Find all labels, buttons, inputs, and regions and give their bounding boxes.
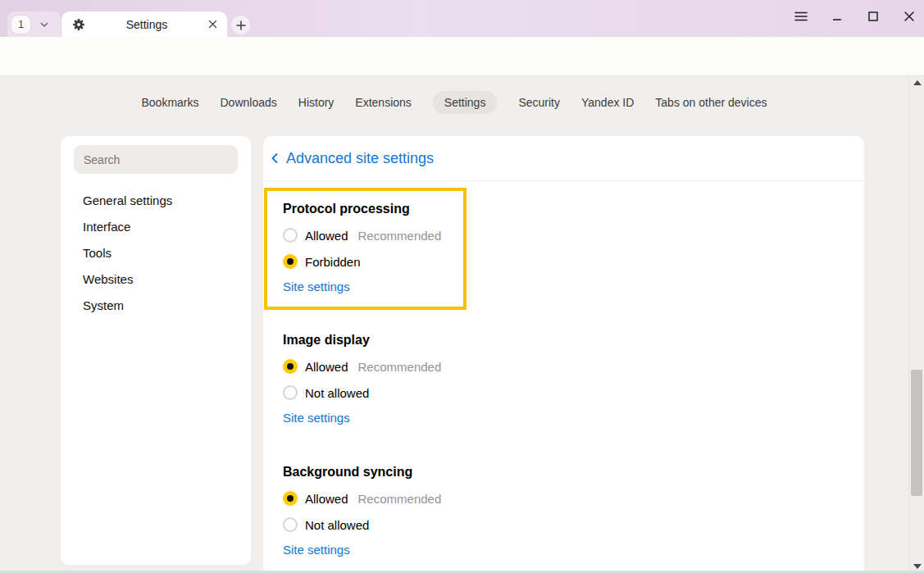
- section-title: Background syncing: [283, 465, 864, 479]
- radio-option-not-allowed[interactable]: Not allowed: [283, 512, 864, 538]
- site-settings-link[interactable]: Site settings: [283, 280, 350, 293]
- site-settings-link[interactable]: Site settings: [283, 412, 350, 425]
- top-nav-item[interactable]: Settings: [433, 91, 498, 114]
- section-title: Image display: [283, 333, 864, 347]
- vertical-scrollbar[interactable]: [908, 76, 924, 573]
- top-nav-item[interactable]: Yandex ID: [581, 91, 634, 114]
- radio-label: Forbidden: [305, 255, 361, 269]
- search-input[interactable]: [74, 145, 238, 174]
- radio-option-allowed[interactable]: Allowed Recommended: [283, 485, 864, 512]
- sidebar-item[interactable]: General settings: [61, 188, 251, 214]
- radio-option-not-allowed[interactable]: Not allowed: [283, 380, 864, 406]
- radio-button[interactable]: [283, 385, 298, 400]
- window-menu-icon[interactable]: [794, 10, 808, 23]
- scroll-down-arrow-icon[interactable]: [913, 564, 922, 569]
- sidebar-item[interactable]: Tools: [61, 240, 251, 266]
- radio-label: Allowed: [305, 492, 348, 506]
- settings-page: Bookmarks Downloads History Extensions S…: [0, 76, 924, 573]
- section-protocol-processing: Protocol processing Allowed Recommended …: [264, 188, 467, 310]
- radio-button[interactable]: [283, 491, 298, 506]
- radio-button[interactable]: [283, 517, 298, 532]
- recommended-badge: Recommended: [358, 360, 442, 374]
- new-tab-button[interactable]: [231, 16, 250, 34]
- back-chevron-icon[interactable]: [269, 152, 280, 165]
- radio-button[interactable]: [283, 254, 298, 269]
- window-titlebar: 1 Settings: [0, 0, 924, 37]
- scroll-up-arrow-icon[interactable]: [913, 80, 922, 85]
- radio-label: Not allowed: [305, 518, 369, 532]
- top-nav-item[interactable]: Downloads: [221, 91, 277, 114]
- radio-option-allowed[interactable]: Allowed Recommended: [283, 353, 864, 380]
- recommended-badge: Recommended: [358, 229, 442, 243]
- sidebar-item[interactable]: Websites: [61, 266, 251, 293]
- site-settings-link[interactable]: Site settings: [283, 543, 350, 557]
- recommended-badge: Recommended: [358, 492, 442, 506]
- top-nav-item[interactable]: Tabs on other devices: [655, 91, 767, 114]
- gear-icon: [72, 18, 85, 31]
- top-nav-item[interactable]: Bookmarks: [141, 91, 198, 114]
- top-nav-item[interactable]: Security: [518, 91, 560, 114]
- radio-label: Allowed: [305, 360, 348, 374]
- browser-toolbar: Y settings Settings: [0, 37, 924, 76]
- scrollbar-thumb[interactable]: [911, 370, 922, 496]
- radio-button[interactable]: [283, 228, 298, 243]
- settings-main-panel: Advanced site settings Protocol processi…: [263, 136, 864, 573]
- sidebar-list: General settings Interface Tools Website…: [61, 188, 251, 319]
- settings-top-nav: Bookmarks Downloads History Extensions S…: [0, 90, 908, 115]
- advanced-settings-header[interactable]: Advanced site settings: [263, 136, 864, 181]
- tab-count-badge[interactable]: 1: [11, 16, 30, 34]
- browser-tab-settings[interactable]: Settings: [61, 11, 227, 37]
- section-background-syncing: Background syncing Allowed Recommended N…: [283, 465, 864, 557]
- window-maximize-icon[interactable]: [867, 10, 880, 23]
- window-close-icon[interactable]: [903, 10, 916, 23]
- settings-sidebar: General settings Interface Tools Website…: [61, 136, 251, 565]
- radio-option-forbidden[interactable]: Forbidden: [283, 248, 463, 275]
- radio-label: Allowed: [305, 229, 348, 243]
- page-section-title[interactable]: Advanced site settings: [286, 150, 434, 167]
- sidebar-item[interactable]: System: [61, 293, 251, 319]
- top-nav-item[interactable]: History: [298, 91, 335, 114]
- section-image-display: Image display Allowed Recommended Not al…: [283, 333, 864, 425]
- radio-option-allowed[interactable]: Allowed Recommended: [283, 222, 463, 248]
- tab-group-pill[interactable]: 1: [7, 11, 61, 37]
- window-minimize-icon[interactable]: [831, 10, 844, 23]
- section-title: Protocol processing: [283, 202, 463, 216]
- radio-button[interactable]: [283, 359, 298, 374]
- tab-close-icon[interactable]: [208, 20, 217, 29]
- sidebar-item[interactable]: Interface: [61, 214, 251, 240]
- radio-label: Not allowed: [305, 386, 369, 400]
- chevron-down-icon[interactable]: [39, 19, 50, 30]
- tab-title: Settings: [85, 18, 208, 31]
- top-nav-item[interactable]: Extensions: [355, 91, 411, 114]
